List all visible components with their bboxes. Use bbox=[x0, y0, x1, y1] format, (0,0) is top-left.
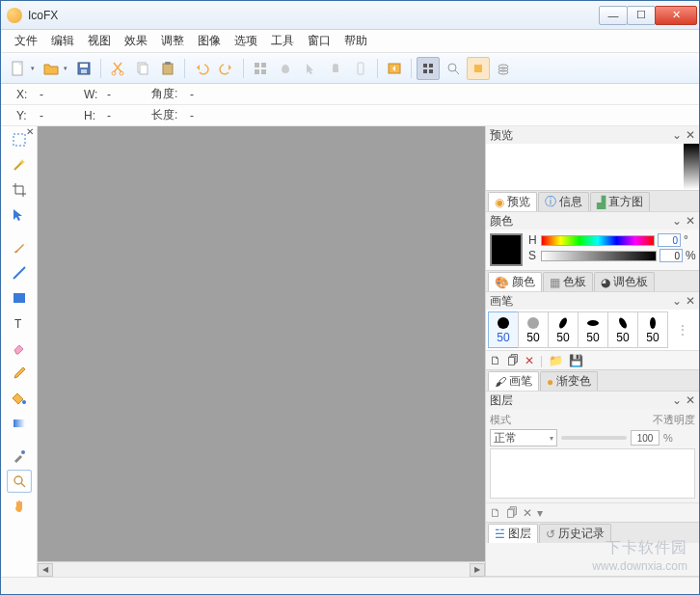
redo-button[interactable] bbox=[215, 57, 238, 80]
svg-rect-27 bbox=[13, 293, 25, 303]
cursor-icon-button[interactable] bbox=[299, 57, 322, 80]
toolbox-close-icon[interactable]: ✕ bbox=[26, 126, 34, 137]
canvas[interactable] bbox=[38, 126, 485, 561]
opacity-input[interactable] bbox=[631, 430, 660, 446]
sat-input[interactable] bbox=[660, 249, 683, 262]
save-button[interactable] bbox=[72, 57, 95, 80]
panel-collapse-icon[interactable]: ⌄ bbox=[672, 294, 682, 308]
zoom-tool[interactable] bbox=[7, 470, 32, 493]
highlight-button[interactable] bbox=[467, 57, 490, 80]
paste-button[interactable] bbox=[156, 57, 179, 80]
tab-histogram[interactable]: ▟直方图 bbox=[590, 192, 650, 211]
zoom-button[interactable] bbox=[442, 57, 465, 80]
panel-collapse-icon[interactable]: ⌄ bbox=[672, 214, 682, 228]
menu-window[interactable]: 窗口 bbox=[302, 31, 337, 51]
hue-input[interactable] bbox=[658, 233, 681, 247]
tab-history[interactable]: ↺历史记录 bbox=[539, 524, 611, 543]
length-label: 长度: bbox=[151, 107, 184, 123]
save-brush-icon[interactable]: 💾 bbox=[569, 354, 583, 367]
windows-icon-button[interactable] bbox=[249, 57, 272, 80]
titlebar: IcoFX — ☐ ✕ bbox=[1, 1, 699, 30]
panel-close-icon[interactable]: ✕ bbox=[686, 214, 695, 228]
magic-wand-tool[interactable] bbox=[7, 153, 32, 176]
delete-layer-icon[interactable]: ✕ bbox=[523, 506, 532, 520]
panel-close-icon[interactable]: ✕ bbox=[686, 128, 695, 142]
eyedropper-tool[interactable] bbox=[7, 445, 32, 468]
dup-brush-icon[interactable]: 🗍 bbox=[507, 354, 519, 367]
tab-brush[interactable]: 🖌画笔 bbox=[488, 371, 539, 391]
new-file-button[interactable] bbox=[7, 57, 30, 80]
sat-slider[interactable] bbox=[541, 251, 657, 261]
menu-image[interactable]: 图像 bbox=[192, 31, 227, 51]
tab-info[interactable]: ⓘ信息 bbox=[538, 192, 589, 211]
panel-close-icon[interactable]: ✕ bbox=[686, 393, 695, 407]
new-brush-icon[interactable]: 🗋 bbox=[490, 354, 501, 367]
preview-canvas bbox=[486, 144, 699, 190]
minimize-button[interactable]: — bbox=[599, 6, 628, 25]
copy-button[interactable] bbox=[131, 57, 154, 80]
tab-layers[interactable]: ☱图层 bbox=[488, 524, 538, 543]
pencil-tool[interactable] bbox=[7, 362, 32, 385]
brush-preset[interactable]: 50 bbox=[488, 311, 519, 348]
layer-list[interactable] bbox=[490, 448, 695, 499]
tab-swatches[interactable]: ▦色板 bbox=[543, 272, 593, 291]
text-tool[interactable]: T bbox=[7, 311, 32, 335]
phone-icon-button[interactable] bbox=[349, 57, 372, 80]
hand-tool[interactable] bbox=[7, 495, 32, 518]
tab-palette[interactable]: ◕调色板 bbox=[594, 272, 655, 291]
crop-tool[interactable] bbox=[7, 178, 32, 202]
dup-layer-icon[interactable]: 🗍 bbox=[506, 506, 518, 520]
fill-tool[interactable] bbox=[7, 387, 32, 410]
menu-help[interactable]: 帮助 bbox=[338, 31, 373, 51]
android-icon-button[interactable] bbox=[324, 57, 347, 80]
menu-adjust[interactable]: 调整 bbox=[155, 31, 190, 51]
scroll-left-icon[interactable]: ◀ bbox=[38, 563, 53, 577]
brush-tool[interactable] bbox=[7, 236, 32, 259]
brush-preset[interactable]: 50 bbox=[637, 311, 668, 348]
blend-mode-select[interactable]: 正常 bbox=[490, 429, 557, 446]
brush-preset[interactable]: 50 bbox=[578, 311, 608, 348]
color-swatch[interactable] bbox=[490, 233, 523, 266]
panel-collapse-icon[interactable]: ⌄ bbox=[672, 393, 682, 407]
rectangle-tool[interactable] bbox=[7, 286, 32, 310]
close-button[interactable]: ✕ bbox=[655, 6, 697, 25]
brush-preset[interactable]: 50 bbox=[607, 311, 638, 348]
undo-button[interactable] bbox=[190, 57, 213, 80]
gradient-tool[interactable] bbox=[7, 412, 32, 435]
brush-more-icon[interactable]: ⋮ bbox=[667, 323, 697, 337]
cut-button[interactable] bbox=[106, 57, 129, 80]
menu-file[interactable]: 文件 bbox=[9, 31, 43, 51]
layer-down-icon[interactable]: ▾ bbox=[537, 506, 543, 520]
layers-button[interactable] bbox=[492, 57, 515, 80]
hue-slider[interactable] bbox=[541, 235, 655, 246]
move-tool[interactable] bbox=[7, 203, 32, 227]
brush-preset[interactable]: 50 bbox=[518, 311, 549, 348]
delete-brush-icon[interactable]: ✕ bbox=[525, 354, 534, 367]
menu-edit[interactable]: 编辑 bbox=[45, 31, 80, 51]
horizontal-scrollbar[interactable]: ◀ ▶ bbox=[38, 561, 485, 577]
tab-gradient[interactable]: ●渐变色 bbox=[540, 371, 598, 391]
open-brush-icon[interactable]: 📁 bbox=[549, 354, 563, 367]
tab-color[interactable]: 🎨颜色 bbox=[488, 272, 542, 291]
open-file-button[interactable] bbox=[40, 57, 63, 80]
maximize-button[interactable]: ☐ bbox=[627, 6, 656, 25]
new-layer-icon[interactable]: 🗋 bbox=[490, 506, 501, 520]
brush-preset[interactable]: 50 bbox=[548, 311, 579, 348]
eraser-tool[interactable] bbox=[7, 337, 32, 360]
opacity-slider[interactable] bbox=[561, 436, 627, 440]
panels-sidebar: 预览⌄✕ ◉预览 ⓘ信息 ▟直方图 颜色⌄✕ H° S% bbox=[485, 126, 699, 577]
menu-options[interactable]: 选项 bbox=[229, 31, 263, 51]
grid-view-button[interactable] bbox=[417, 57, 440, 80]
menu-effects[interactable]: 效果 bbox=[119, 31, 153, 51]
panel-close-icon[interactable]: ✕ bbox=[686, 294, 695, 308]
panel-collapse-icon[interactable]: ⌄ bbox=[672, 128, 682, 142]
menu-tools[interactable]: 工具 bbox=[265, 31, 300, 51]
tab-preview[interactable]: ◉预览 bbox=[488, 192, 537, 211]
line-tool[interactable] bbox=[7, 261, 32, 284]
menu-view[interactable]: 视图 bbox=[82, 31, 117, 51]
svg-point-35 bbox=[557, 316, 568, 329]
svg-point-38 bbox=[650, 317, 656, 329]
extract-button[interactable] bbox=[383, 57, 406, 80]
apple-icon-button[interactable] bbox=[274, 57, 297, 80]
scroll-right-icon[interactable]: ▶ bbox=[470, 563, 485, 577]
